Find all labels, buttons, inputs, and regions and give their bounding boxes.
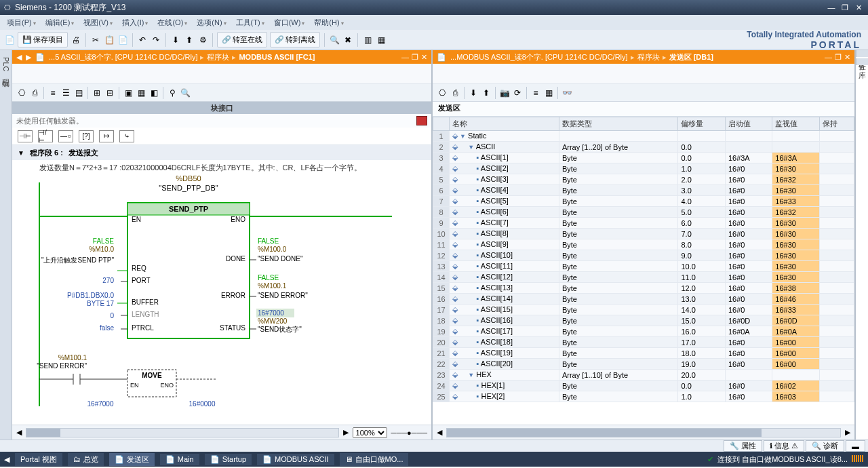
compile-icon[interactable]: ⚙ [197, 35, 208, 45]
scroll-right-icon[interactable]: ▶ [845, 428, 850, 437]
close-button[interactable]: ✕ [853, 3, 864, 12]
zoom-slider[interactable]: ───●─── [391, 429, 427, 437]
col-header[interactable]: 数据类型 [559, 117, 678, 131]
table-row[interactable]: 2⬙ ▼ ASCIIArray [1..20] of Byte0.0 [433, 142, 854, 153]
ladder-diagram[interactable]: %DB50 "SEND_PTP_DB" SEND_PTP EN ENO REQ … [12, 176, 431, 425]
tab-info[interactable]: ℹ 信息 ⚠ [764, 440, 804, 452]
table-row[interactable]: 1⬙ ▼ Static [433, 131, 854, 142]
db-tb-9[interactable]: 👓 [561, 87, 572, 98]
download-icon[interactable]: ⬇ [170, 35, 181, 45]
col-header[interactable]: 监视值 [772, 117, 819, 131]
db-tb-7[interactable]: ≡ [530, 87, 541, 98]
menu-tools[interactable]: 工具(T) [232, 16, 269, 29]
tb-i2[interactable]: ⎙ [29, 87, 40, 98]
table-row[interactable]: 16⬙ ▪ ASCII[14]Byte13.016#016#46 [433, 294, 854, 305]
go-online-button[interactable]: 🔗 转至在线 [217, 32, 267, 47]
menu-window[interactable]: 窗口(W) [270, 16, 309, 29]
db-tb-1[interactable]: ⎔ [437, 87, 448, 98]
col-header[interactable]: 启动值 [725, 117, 772, 131]
flag-icon[interactable] [416, 116, 427, 125]
pane-max-icon[interactable]: ❐ [835, 53, 842, 62]
left-sidetab[interactable]: PLC 编程 [0, 50, 12, 440]
tb-i3[interactable]: ≡ [47, 87, 58, 98]
table-row[interactable]: 22⬙ ▪ ASCII[20]Byte19.016#016#00 [433, 359, 854, 370]
pane-close-icon[interactable]: ✕ [844, 53, 850, 62]
table-row[interactable]: 3⬙ ▪ ASCII[1]Byte0.016#3A16#3A [433, 153, 854, 163]
menu-online[interactable]: 在线(O) [153, 16, 191, 29]
scroll-right-icon[interactable]: ▶ [343, 428, 349, 437]
table-row[interactable]: 15⬙ ▪ ASCII[13]Byte12.016#016#38 [433, 283, 854, 294]
col-header[interactable]: 偏移量 [678, 117, 725, 131]
scroll-left-icon[interactable]: ◀ [16, 428, 22, 437]
table-row[interactable]: 12⬙ ▪ ASCII[10]Byte9.016#016#30 [433, 250, 854, 261]
box-icon[interactable]: [?] [79, 130, 94, 142]
tb-i10[interactable]: ◧ [149, 87, 159, 98]
table-row[interactable]: 4⬙ ▪ ASCII[2]Byte1.016#016#30 [433, 163, 854, 174]
menu-insert[interactable]: 插入(I) [118, 16, 152, 29]
taskbar-sendarea[interactable]: 📄 发送区 [109, 453, 155, 466]
new-icon[interactable]: 📄 [4, 35, 15, 45]
tb-i8[interactable]: ▣ [123, 87, 134, 98]
taskbar-free[interactable]: 🖥 自由口做MO... [340, 453, 409, 466]
tb-i4[interactable]: ☰ [60, 87, 71, 98]
table-row[interactable]: 17⬙ ▪ ASCII[15]Byte14.016#016#33 [433, 305, 854, 315]
find-icon[interactable]: 🔍 [329, 35, 340, 45]
table-row[interactable]: 21⬙ ▪ ASCII[19]Byte18.016#016#00 [433, 348, 854, 359]
save-button[interactable]: 💾 保存项目 [18, 32, 68, 47]
branch2-icon[interactable]: ⤷ [119, 130, 134, 142]
db-tb-8[interactable]: ▦ [543, 87, 554, 98]
col-header[interactable]: 保持 [819, 117, 854, 131]
scroll-left-icon[interactable]: ◀ [437, 428, 442, 437]
table-row[interactable]: 6⬙ ▪ ASCII[4]Byte3.016#016#30 [433, 185, 854, 196]
tb-i5[interactable]: ▤ [73, 87, 84, 98]
col-header[interactable] [433, 117, 450, 131]
zoom-select[interactable]: 100% [353, 427, 387, 438]
table-row[interactable]: 23⬙ ▼ HEXArray [1..10] of Byte20.0 [433, 370, 854, 381]
tb-i6[interactable]: ⊞ [92, 87, 102, 98]
redo-icon[interactable]: ↷ [151, 35, 161, 45]
table-row[interactable]: 24⬙ ▪ HEX[1]Byte0.016#016#02 [433, 381, 854, 391]
network-header[interactable]: ▼ 程序段 6 : 发送报文 [12, 145, 431, 160]
table-row[interactable]: 8⬙ ▪ ASCII[6]Byte5.016#016#32 [433, 207, 854, 218]
right-sidetab-tasks[interactable]: 任务 [856, 50, 868, 57]
menu-options[interactable]: 选项(N) [193, 16, 230, 29]
right-sidetab-lib[interactable]: 库 [856, 58, 868, 65]
tb-i11[interactable]: ⚲ [167, 87, 178, 98]
table-row[interactable]: 18⬙ ▪ ASCII[16]Byte15.016#0D16#0D [433, 315, 854, 326]
coil-icon[interactable]: —○ [58, 130, 73, 142]
pane-close-icon[interactable]: ✕ [421, 53, 427, 62]
taskbar-portal[interactable]: Portal 视图 [15, 453, 62, 466]
go-offline-button[interactable]: 🔗 转到离线 [270, 32, 320, 47]
taskbar-modbus[interactable]: 📄 MODBUS ASCII [257, 454, 334, 465]
tab-properties[interactable]: 🔧 属性 [724, 440, 762, 452]
nav-back-icon[interactable]: ◀ [16, 53, 22, 62]
upload-icon[interactable]: ⬆ [184, 35, 195, 45]
menu-help[interactable]: 帮助(H) [310, 16, 347, 29]
table-row[interactable]: 10⬙ ▪ ASCII[8]Byte7.016#016#30 [433, 229, 854, 239]
portal-nav-icon[interactable]: ◀ [4, 455, 9, 464]
maximize-button[interactable]: ❐ [840, 3, 850, 12]
menu-view[interactable]: 视图(V) [79, 16, 117, 29]
pane-min-icon[interactable]: — [401, 53, 409, 62]
collapse-icon[interactable]: ▼ [18, 149, 24, 157]
table-row[interactable]: 9⬙ ▪ ASCII[7]Byte6.016#016#30 [433, 218, 854, 229]
contact-nc-icon[interactable]: ⊣/⊢ [38, 130, 53, 142]
paste-icon[interactable]: 📄 [117, 35, 128, 45]
layout-icon[interactable]: ▦ [376, 35, 387, 45]
taskbar-overview[interactable]: 🗂 总览 [68, 453, 104, 466]
taskbar-main[interactable]: 📄 Main [160, 454, 199, 465]
interface-header[interactable]: 块接口 [12, 102, 431, 114]
pane-min-icon[interactable]: — [825, 53, 832, 62]
minimize-button[interactable]: — [826, 3, 837, 12]
tab-diagnostics[interactable]: 🔍 诊断 [806, 440, 844, 452]
print-icon[interactable]: 🖨 [71, 35, 81, 45]
tb-i12[interactable]: 🔍 [180, 87, 191, 98]
table-row[interactable]: 11⬙ ▪ ASCII[9]Byte8.016#016#30 [433, 239, 854, 250]
db-tb-2[interactable]: ⎙ [450, 87, 460, 98]
copy-icon[interactable]: 📋 [104, 35, 115, 45]
nav-fwd-icon[interactable]: ▶ [26, 53, 31, 62]
split-icon[interactable]: ▥ [362, 35, 373, 45]
pane-max-icon[interactable]: ❐ [412, 53, 418, 62]
db-table[interactable]: 名称数据类型偏移量启动值监视值保持 1⬙ ▼ Static2⬙ ▼ ASCIIA… [433, 117, 854, 425]
taskbar-startup[interactable]: 📄 Startup [205, 454, 252, 465]
